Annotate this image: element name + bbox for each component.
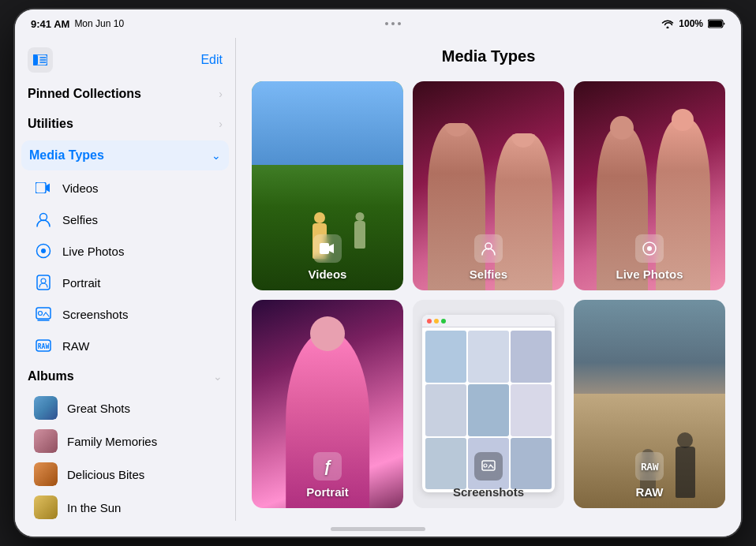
family-memories-thumbnail bbox=[34, 429, 58, 453]
utilities-label: Utilities bbox=[28, 117, 73, 131]
edit-button[interactable]: Edit bbox=[200, 53, 223, 67]
sidebar-item-delicious-bites[interactable]: Delicious Bites bbox=[15, 458, 235, 491]
in-the-sun-thumbnail bbox=[34, 496, 58, 519]
svg-rect-1 bbox=[709, 21, 722, 27]
pinned-collections-label: Pinned Collections bbox=[28, 87, 141, 101]
status-center-dots bbox=[385, 22, 401, 25]
svg-point-10 bbox=[41, 249, 46, 253]
wifi-icon bbox=[661, 19, 674, 28]
screenshots-icon bbox=[34, 305, 53, 323]
page-title: Media Types bbox=[252, 47, 725, 65]
grid-item-videos[interactable]: Videos bbox=[252, 81, 403, 290]
dot-2 bbox=[391, 22, 395, 25]
svg-point-12 bbox=[41, 279, 46, 283]
sidebar-item-videos[interactable]: Videos bbox=[15, 172, 235, 204]
svg-point-23 bbox=[484, 464, 487, 467]
raw-grid-label: RAW bbox=[636, 485, 664, 499]
svg-point-8 bbox=[40, 214, 47, 221]
albums-section-header: Albums ⌄ bbox=[15, 361, 235, 391]
grid-item-selfies[interactable]: Selfies bbox=[413, 81, 564, 290]
sidebar-toggle-button[interactable] bbox=[28, 47, 53, 73]
svg-rect-7 bbox=[36, 182, 46, 193]
svg-rect-3 bbox=[33, 54, 38, 65]
selfies-grid-label: Selfies bbox=[470, 267, 507, 281]
sidebar-item-media-types[interactable]: Media Types ⌄ bbox=[21, 140, 229, 170]
in-the-sun-label: In the Sun bbox=[67, 501, 121, 514]
chevron-right-icon: › bbox=[219, 88, 223, 100]
selfies-icon bbox=[34, 210, 53, 229]
app-container: Edit Pinned Collections › Utilities › Me… bbox=[15, 38, 741, 521]
live-photos-grid-icon bbox=[635, 234, 664, 263]
grid-item-raw[interactable]: RAW RAW bbox=[574, 300, 725, 509]
raw-label: RAW bbox=[62, 339, 89, 353]
raw-label-overlay: RAW RAW bbox=[574, 452, 725, 499]
battery-icon bbox=[708, 19, 725, 28]
status-bar: 9:41 AM Mon Jun 10 100% bbox=[15, 9, 741, 38]
chevron-right-icon-2: › bbox=[219, 118, 223, 130]
videos-label-overlay: Videos bbox=[252, 234, 403, 281]
svg-text:RAW: RAW bbox=[38, 343, 50, 350]
sidebar-item-great-shots[interactable]: Great Shots bbox=[15, 391, 235, 424]
sidebar-item-portrait[interactable]: Portrait bbox=[15, 267, 235, 298]
portrait-grid-icon: ƒ bbox=[313, 452, 342, 481]
videos-label: Videos bbox=[62, 181, 99, 195]
sidebar-item-in-the-sun[interactable]: In the Sun bbox=[15, 491, 235, 521]
svg-point-21 bbox=[647, 246, 652, 251]
grid-item-live-photos[interactable]: Live Photos bbox=[574, 81, 725, 290]
live-photos-icon bbox=[34, 241, 53, 260]
sidebar-icon bbox=[33, 54, 47, 65]
screenshots-label: Screenshots bbox=[62, 308, 128, 321]
grid-item-screenshots[interactable]: Screenshots bbox=[413, 300, 564, 509]
delicious-bites-thumbnail bbox=[34, 462, 58, 486]
svg-rect-18 bbox=[320, 243, 329, 254]
family-memories-label: Family Memories bbox=[67, 435, 157, 448]
status-time: 9:41 AM bbox=[31, 18, 69, 30]
chevron-down-icon: ⌄ bbox=[211, 149, 221, 162]
selfies-label: Selfies bbox=[62, 213, 98, 226]
sidebar-item-family-memories[interactable]: Family Memories bbox=[15, 424, 235, 458]
selfies-grid-icon bbox=[474, 234, 503, 263]
home-bar bbox=[331, 527, 425, 531]
sidebar-item-live-photos[interactable]: Live Photos bbox=[15, 235, 235, 267]
screenshots-label-overlay: Screenshots bbox=[413, 452, 564, 499]
media-types-label: Media Types bbox=[29, 148, 104, 163]
screenshots-grid-label: Screenshots bbox=[453, 485, 524, 499]
home-indicator bbox=[15, 521, 741, 537]
albums-label: Albums bbox=[28, 369, 74, 383]
media-types-grid: Videos bbox=[236, 75, 741, 521]
svg-point-14 bbox=[39, 312, 43, 316]
sidebar-header: Edit bbox=[15, 38, 235, 79]
grid-item-portrait[interactable]: ƒ Portrait bbox=[252, 300, 403, 509]
portrait-label-overlay: ƒ Portrait bbox=[252, 452, 403, 499]
sidebar: Edit Pinned Collections › Utilities › Me… bbox=[15, 38, 236, 521]
raw-grid-icon: RAW bbox=[635, 452, 664, 481]
status-date: Mon Jun 10 bbox=[74, 18, 124, 29]
screenshots-grid-icon bbox=[474, 452, 503, 481]
portrait-icon bbox=[34, 273, 53, 292]
sidebar-item-pinned-collections[interactable]: Pinned Collections › bbox=[15, 79, 235, 109]
video-icon bbox=[34, 178, 53, 197]
live-photos-label-overlay: Live Photos bbox=[574, 234, 725, 281]
great-shots-label: Great Shots bbox=[67, 402, 130, 415]
dot-1 bbox=[385, 22, 388, 25]
main-content: Media Types bbox=[236, 38, 741, 521]
svg-rect-11 bbox=[37, 275, 50, 290]
live-photos-grid-label: Live Photos bbox=[616, 267, 683, 281]
battery-percent: 100% bbox=[679, 18, 703, 29]
sidebar-item-screenshots[interactable]: Screenshots bbox=[15, 298, 235, 330]
delicious-bites-label: Delicious Bites bbox=[67, 468, 144, 481]
raw-icon: RAW bbox=[34, 336, 53, 355]
sidebar-item-utilities[interactable]: Utilities › bbox=[15, 109, 235, 139]
selfies-label-overlay: Selfies bbox=[413, 234, 564, 281]
live-photos-label: Live Photos bbox=[62, 245, 124, 258]
sidebar-item-selfies[interactable]: Selfies bbox=[15, 204, 235, 235]
main-header: Media Types bbox=[236, 38, 741, 75]
great-shots-thumbnail bbox=[34, 396, 58, 420]
dot-3 bbox=[398, 22, 401, 25]
videos-grid-label: Videos bbox=[309, 267, 347, 281]
sidebar-item-raw[interactable]: RAW RAW bbox=[15, 330, 235, 361]
videos-grid-icon bbox=[313, 234, 342, 263]
status-right: 100% bbox=[661, 18, 725, 29]
portrait-label: Portrait bbox=[62, 276, 100, 290]
albums-chevron-down-icon: ⌄ bbox=[213, 370, 223, 383]
